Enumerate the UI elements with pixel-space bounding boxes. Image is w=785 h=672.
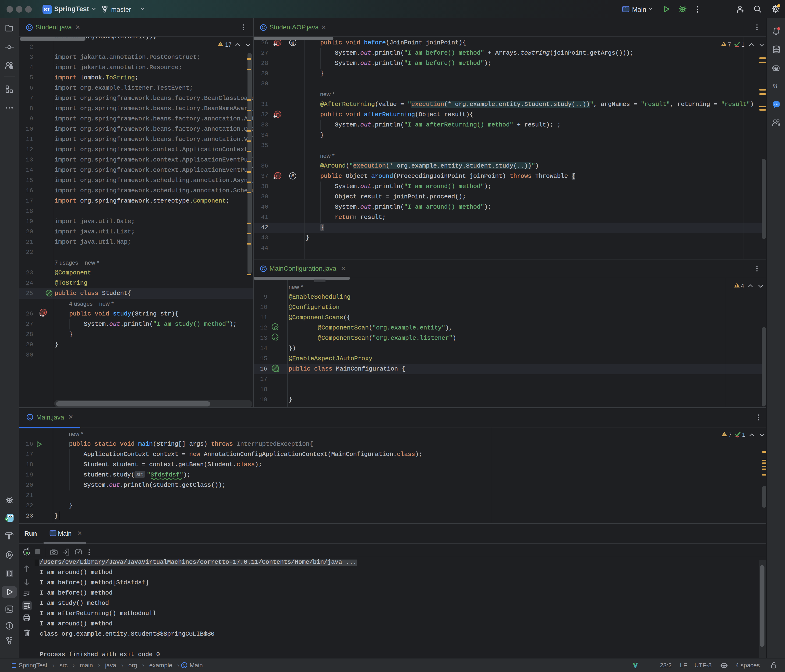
- svg-text:m: m: [276, 112, 280, 117]
- svg-text:m: m: [276, 174, 280, 178]
- svg-text:@: @: [291, 174, 294, 179]
- svg-text:m: m: [42, 310, 45, 315]
- svg-text:m: m: [276, 40, 280, 45]
- svg-text:C: C: [28, 415, 31, 419]
- svg-text:C: C: [262, 266, 265, 271]
- svg-text:@: @: [291, 40, 294, 45]
- svg-text:C: C: [183, 663, 186, 667]
- svg-text:C: C: [262, 25, 265, 30]
- svg-text:?: ?: [10, 65, 12, 69]
- svg-text:C: C: [28, 25, 31, 30]
